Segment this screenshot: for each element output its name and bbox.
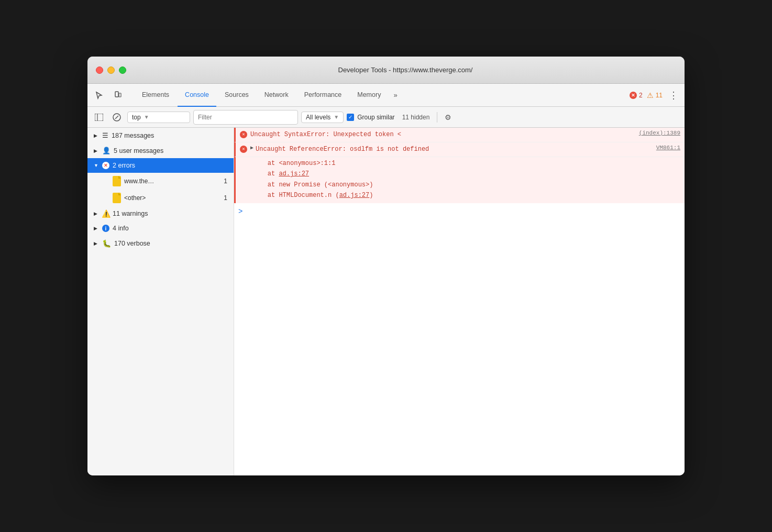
console-prompt[interactable]: > <box>234 203 685 220</box>
list-icon: ☰ <box>102 131 108 139</box>
svg-rect-1 <box>119 93 121 97</box>
console-sidebar: ▶ ☰ 187 messages ▶ 👤 5 user messages ▼ ✕… <box>87 128 234 475</box>
group-similar-checkbox[interactable]: ✓ <box>347 114 354 121</box>
expand-arrow-icon: ▶ <box>94 226 99 231</box>
error-circle-icon: ✕ <box>102 162 109 169</box>
stack-line-1: at <anonymous>:1:1 <box>252 158 680 169</box>
group-similar-option: ✓ Group similar <box>347 114 394 121</box>
close-button[interactable] <box>96 66 103 74</box>
expand-arrow-icon: ▶ <box>94 241 99 246</box>
maximize-button[interactable] <box>119 66 126 74</box>
console-error-line-1[interactable]: ✕ Uncaught SyntaxError: Unexpected token… <box>234 128 685 142</box>
clear-console-button[interactable] <box>109 110 124 125</box>
bug-icon: 🐛 <box>102 239 111 248</box>
warning-icon: ⚠ <box>647 91 654 99</box>
tab-bar: Elements Console Sources Network Perform… <box>87 84 685 107</box>
sidebar-sub-item-www[interactable]: www.the… 1 <box>87 173 234 190</box>
tab-memory[interactable]: Memory <box>350 84 388 107</box>
console-stack-trace: at <anonymous>:1:1 at ad.js:27 at new Pr… <box>234 157 685 203</box>
warning-triangle-icon: ⚠️ <box>102 210 109 217</box>
levels-arrow-icon: ▼ <box>334 114 339 120</box>
toolbar-icons <box>92 88 125 103</box>
tab-bar-right: ✕ 2 ⚠ 11 ⋮ <box>630 90 680 101</box>
sidebar-item-warnings[interactable]: ▶ ⚠️ 11 warnings <box>87 206 234 221</box>
levels-selector[interactable]: All levels ▼ <box>301 112 344 123</box>
file-icon <box>113 193 121 203</box>
expand-arrow-icon: ▶ <box>94 133 99 138</box>
stack-line-3: at new Promise (<anonymous>) <box>252 180 680 190</box>
error-icon: ✕ <box>240 130 248 138</box>
warning-count-badge[interactable]: ⚠ 11 <box>647 91 663 99</box>
svg-line-5 <box>115 116 118 119</box>
console-output: ✕ Uncaught SyntaxError: Unexpected token… <box>234 128 685 475</box>
toolbar-divider <box>437 112 437 123</box>
expand-arrow-icon: ▶ <box>94 211 99 216</box>
prompt-cursor[interactable] <box>245 206 680 217</box>
console-toolbar: top ▼ All levels ▼ ✓ Group similar 11 hi… <box>87 107 685 128</box>
sidebar-sub-item-other[interactable]: <other> 1 <box>87 190 234 206</box>
error-icon: ✕ <box>240 145 248 153</box>
person-icon: 👤 <box>102 147 111 154</box>
traffic-lights <box>96 66 126 74</box>
tab-sources[interactable]: Sources <box>217 84 256 107</box>
title-bar: Developer Tools - https://www.theverge.c… <box>87 57 685 84</box>
tab-elements[interactable]: Elements <box>135 84 177 107</box>
device-toggle-icon[interactable] <box>111 88 125 103</box>
stack-line-4[interactable]: at HTMLDocument.n (ad.js:27) <box>252 190 680 201</box>
sidebar-item-info[interactable]: ▶ i 4 info <box>87 221 234 236</box>
console-error-line-2[interactable]: ✕ ▶ Uncaught ReferenceError: osdlfm is n… <box>234 142 685 157</box>
sidebar-item-errors[interactable]: ▼ ✕ 2 errors <box>87 158 234 173</box>
tab-console[interactable]: Console <box>178 84 216 107</box>
prompt-arrow-icon: > <box>238 207 242 216</box>
more-tabs-button[interactable]: » <box>389 91 401 99</box>
svg-rect-0 <box>115 92 118 97</box>
sidebar-toggle-button[interactable] <box>92 110 106 125</box>
cursor-icon[interactable] <box>92 88 106 103</box>
filter-input[interactable] <box>193 110 298 125</box>
error-icon: ✕ <box>630 92 637 99</box>
main-content: ▶ ☰ 187 messages ▶ 👤 5 user messages ▼ ✕… <box>87 128 685 475</box>
expand-triangle-icon[interactable]: ▶ <box>250 145 253 151</box>
tab-performance[interactable]: Performance <box>297 84 349 107</box>
sidebar-item-verbose[interactable]: ▶ 🐛 170 verbose <box>87 236 234 251</box>
sidebar-item-all-messages[interactable]: ▶ ☰ 187 messages <box>87 128 234 143</box>
error-count-badge[interactable]: ✕ 2 <box>630 92 643 99</box>
stack-line-2[interactable]: at ad.js:27 <box>252 169 680 179</box>
minimize-button[interactable] <box>107 66 115 74</box>
console-settings-button[interactable]: ⚙ <box>440 110 455 125</box>
tab-network[interactable]: Network <box>257 84 296 107</box>
info-circle-icon: i <box>102 225 109 232</box>
context-selector[interactable]: top ▼ <box>127 112 190 123</box>
expand-arrow-icon: ▶ <box>94 148 99 153</box>
file-icon <box>113 176 121 186</box>
sidebar-item-user-messages[interactable]: ▶ 👤 5 user messages <box>87 143 234 158</box>
expand-arrow-icon: ▼ <box>94 163 99 168</box>
hidden-count-label: 11 hidden <box>398 114 434 121</box>
devtools-window: Developer Tools - https://www.theverge.c… <box>87 57 685 475</box>
svg-rect-2 <box>95 114 103 121</box>
window-title: Developer Tools - https://www.theverge.c… <box>135 66 676 74</box>
devtools-menu-button[interactable]: ⋮ <box>667 90 680 101</box>
